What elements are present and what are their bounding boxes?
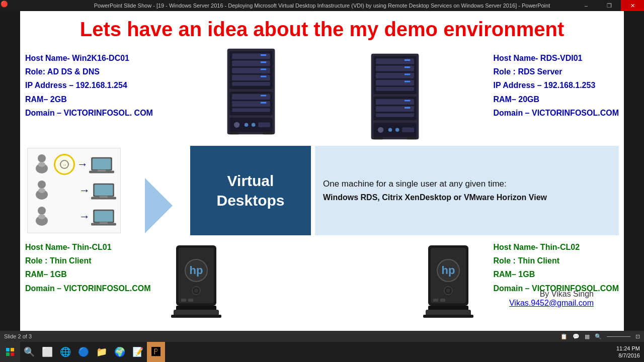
svg-rect-77 <box>181 299 186 302</box>
ppt-taskbar[interactable]: 🅿 <box>147 342 165 362</box>
footer-author: By Vikas Singh <box>509 290 594 299</box>
server1-role: Role: AD DS & DNS <box>25 65 153 78</box>
clock-date: 8/7/2016 <box>616 352 640 359</box>
server2-ip: IP Address – 192.168.1.253 <box>494 78 619 92</box>
svg-rect-47 <box>407 137 417 140</box>
restore-button[interactable]: ❐ <box>598 0 621 11</box>
svg-rect-89 <box>440 299 445 302</box>
svg-rect-5 <box>232 75 271 80</box>
svg-rect-4 <box>232 68 271 73</box>
svg-point-20 <box>252 123 256 127</box>
svg-rect-96 <box>11 352 14 356</box>
status-bar: Slide 2 of 3 📋 💬 ▦ 🔍 ────── ⊡ <box>0 331 644 342</box>
svg-point-48 <box>38 154 46 162</box>
svg-rect-93 <box>6 348 10 351</box>
slide-count: Slide 2 of 3 <box>4 333 32 339</box>
thin2-ram: RAM– 1GB <box>494 267 619 281</box>
taskbar: 🔍 ⬜ 🌐 🔵 📁 🌍 📝 🅿 11:24 PM 8/7/2016 <box>0 342 644 362</box>
svg-point-66 <box>38 214 45 219</box>
ie-taskbar[interactable]: 🌐 <box>56 342 74 362</box>
edge-taskbar[interactable]: 🔵 <box>74 342 93 362</box>
svg-rect-8 <box>261 61 266 63</box>
svg-rect-30 <box>376 87 414 91</box>
chrome-taskbar[interactable]: 🌍 <box>111 342 129 362</box>
svg-rect-22 <box>230 132 239 135</box>
server2-domain: Domain – VICTORINFOSOL.COM <box>494 106 619 120</box>
minimize-button[interactable]: – <box>575 0 598 11</box>
diagram-row-2: → <box>32 179 116 202</box>
triangle-arrow <box>145 178 173 233</box>
titlebar-text: PowerPoint Slide Show - [19 - Windows Se… <box>94 3 550 9</box>
svg-rect-68 <box>95 211 113 222</box>
svg-rect-29 <box>376 80 414 85</box>
svg-point-57 <box>38 180 46 189</box>
svg-rect-31 <box>405 59 410 61</box>
svg-rect-27 <box>376 65 414 71</box>
svg-point-59 <box>38 188 45 193</box>
svg-point-87 <box>446 289 450 293</box>
svg-rect-95 <box>6 352 10 356</box>
office-taskbar[interactable]: 📝 <box>129 342 147 362</box>
svg-text:hp: hp <box>441 264 455 277</box>
middle-section: → → <box>20 146 624 235</box>
titlebar: 🔴 PowerPoint Slide Show - [19 - Windows … <box>0 0 644 11</box>
footer-email: Vikas.9452@gmail.com <box>509 299 594 308</box>
svg-rect-38 <box>376 113 414 117</box>
start-button[interactable] <box>0 342 20 362</box>
svg-rect-54 <box>93 158 111 169</box>
zoom-icon: 🔍 <box>595 333 602 340</box>
diagram-row-3: → <box>32 206 116 228</box>
info-line2: Windows RDS, Citrix XenDesktop or VMware… <box>323 193 611 202</box>
svg-rect-36 <box>376 99 414 105</box>
svg-rect-13 <box>232 101 271 107</box>
svg-point-44 <box>395 128 399 132</box>
diagram-row-1: → → <box>32 153 116 175</box>
svg-rect-23 <box>263 132 273 135</box>
thin1-role: Role : Thin Client <box>25 254 151 267</box>
svg-rect-2 <box>232 53 271 59</box>
svg-rect-26 <box>376 58 414 64</box>
server1-ip: IP Address – 192.168.1.254 <box>25 78 153 92</box>
folder-taskbar[interactable]: 📁 <box>93 342 111 362</box>
svg-rect-94 <box>11 348 14 351</box>
slide-title: Lets have an idea about the my demo envi… <box>20 11 624 41</box>
server2-role: Role : RDS Server <box>494 65 619 78</box>
zoom-bar: ────── <box>607 333 630 339</box>
info-line1: One machine for a single user at any giv… <box>323 179 611 189</box>
svg-point-50 <box>38 162 45 167</box>
svg-rect-15 <box>261 95 266 97</box>
thin1-image: hp <box>151 240 242 321</box>
server1-domain: Domain – VICTORINFOSOL. COM <box>25 106 153 120</box>
server1-ram: RAM– 2GB <box>25 93 153 106</box>
virtual-desktops-box: VirtualDesktops <box>190 146 311 235</box>
virtual-desktops-label: VirtualDesktops <box>216 171 284 210</box>
svg-rect-9 <box>261 69 266 70</box>
search-taskbar[interactable]: 🔍 <box>20 342 38 362</box>
svg-rect-7 <box>261 54 266 56</box>
svg-rect-34 <box>405 81 410 82</box>
svg-rect-6 <box>232 82 271 86</box>
window-controls: – ❐ ✕ <box>575 0 644 11</box>
server1-hostname: Host Name- Win2K16-DC01 <box>25 51 153 65</box>
svg-point-18 <box>234 122 239 128</box>
svg-rect-37 <box>376 106 414 112</box>
svg-rect-12 <box>232 94 271 100</box>
thin2-image: hp <box>403 240 494 321</box>
svg-point-64 <box>38 207 46 215</box>
server1-info: Host Name- Win2K16-DC01 Role: AD DS & DN… <box>25 46 153 120</box>
server-section-top: Host Name- Win2K16-DC01 Role: AD DS & DN… <box>20 46 624 142</box>
close-button[interactable]: ✕ <box>621 0 644 11</box>
svg-rect-40 <box>405 107 410 109</box>
svg-rect-10 <box>261 76 266 77</box>
taskbar-clock: 11:24 PM 8/7/2016 <box>616 345 640 359</box>
svg-point-43 <box>388 128 392 132</box>
server2-info: Host Name- RDS-VDI01 Role : RDS Server I… <box>494 46 619 120</box>
fit-icon: ⊡ <box>635 333 640 340</box>
svg-rect-32 <box>405 66 410 68</box>
taskview-taskbar[interactable]: ⬜ <box>38 342 56 362</box>
thin1-domain: Domain – VICTORINFOSOL.COM <box>25 282 151 295</box>
svg-rect-46 <box>373 137 383 140</box>
svg-rect-45 <box>402 128 414 132</box>
svg-text:→: → <box>62 162 67 167</box>
svg-rect-39 <box>405 100 410 102</box>
